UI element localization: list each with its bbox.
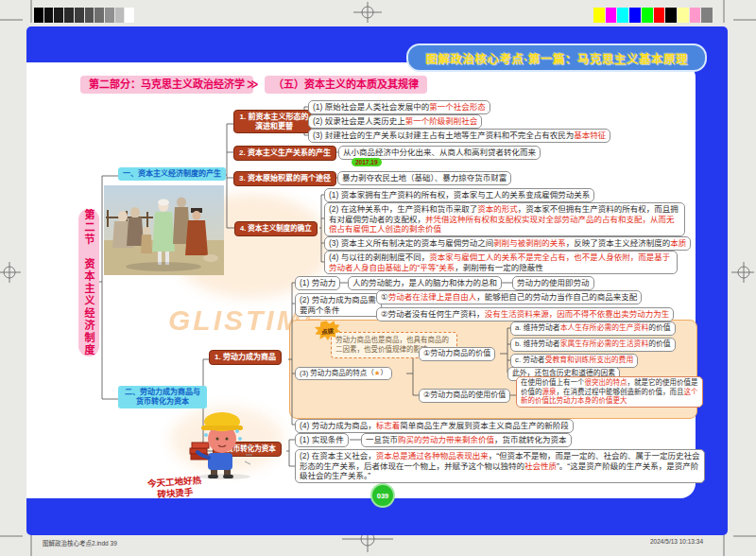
header-banner: 图解政治核心考点·第一篇：马克思主义基本原理 xyxy=(406,43,707,72)
node-pre-capitalism: 1. 前资本主义形态的演进和更替 xyxy=(233,110,315,133)
leaf-box: (1) 实现条件 xyxy=(295,433,349,447)
leaf-box: (2) 奴隶社会是人类历史上第一个阶级剥削社会 xyxy=(308,114,482,129)
footer-left: 图解政治核心考点2.indd 39 xyxy=(43,538,117,547)
leaf-box: (1) 原始社会是人类社会发展中的第一个社会形态 xyxy=(308,100,490,114)
footer-right: 2024/5/13 10:13:34 xyxy=(650,538,703,545)
leaf-box: ②劳动力商品的使用价值 xyxy=(419,389,510,403)
branch-label-2: 二、劳动力成为商品与货币转化为资本 xyxy=(118,386,207,408)
leaf-box: (3) 劳动力商品的特点（★） xyxy=(295,367,392,380)
leaf-box: (3) 封建社会的生产关系以封建主占有土地等生产资料和不完全占有农民为基本特征 xyxy=(308,129,610,143)
leaf-box: ②劳动者没有任何生产资料，没有生活资料来源，因而不得不依靠出卖劳动力为生 xyxy=(376,307,674,321)
page-number-badge: 039 xyxy=(370,483,395,508)
leaf-box: 劳动力的使用即劳动 xyxy=(512,276,594,290)
leaf-box: (1) 劳动力 xyxy=(295,276,340,290)
leaf-box: 人的劳动能力，是人的脑力和体力的总和 xyxy=(348,276,502,290)
node-labor-becomes-commodity: 1. 劳动力成为商品 xyxy=(209,350,282,365)
leaf-box: (4) 与以往的剥削制度不同，资本家与雇佣工人的关系不是完全占有，也不是人身依附… xyxy=(324,251,678,274)
node-primitive-accumulation: 3. 资本原始积累的两个途径 xyxy=(233,171,336,186)
leaf-box: (1) 资本家拥有生产资料的所有权，资本家与工人的关系变成雇佣劳动关系 xyxy=(324,188,594,202)
leaf-box: (3) 资本主义所有制决定的资本与雇佣劳动之间剥削与被剥削的关系，反映了资本主义… xyxy=(324,236,691,251)
leaf-box: 在使用价值上有一个很突出的特点，就是它的使用价值是价值的源泉，在消费过程中能够创… xyxy=(516,376,703,408)
breadcrumb-part: 第二部分：马克思主义政治经济学 xyxy=(80,76,253,94)
leaf-box: (2) 在这种关系中，生产资料和货币采取了资本的形式，资本家不但拥有生产资料的所… xyxy=(324,202,685,236)
illustration-image xyxy=(104,185,224,275)
exam-year-badge: 2017.19 xyxy=(352,158,382,166)
leaf-box: b. 维持劳动者家属生存所必需的生活资料的价值 xyxy=(510,338,676,352)
grayscale-calibration-bar xyxy=(34,8,134,23)
leaf-box: c. 劳动者受教育和训练所支出的费用 xyxy=(510,354,638,368)
leaf-box: (2) 劳动力成为商品需要两个条件 xyxy=(295,293,382,317)
color-calibration-bar xyxy=(593,8,713,23)
breadcrumb-chevron-icon: ≫ xyxy=(247,78,259,91)
branch-label-1: 一、资本主义经济制度的产生 xyxy=(118,167,226,181)
leaf-box: 暴力剥夺农民土地（基础）、暴力掠夺货币财富 xyxy=(337,171,511,185)
node-production-relations: 2. 资本主义生产关系的产生 xyxy=(233,146,336,161)
leaf-box: ①劳动者在法律上是自由人，能够把自己的劳动力当作自己的商品来支配 xyxy=(376,290,642,304)
breadcrumb-section: （五）资本主义的本质及其规律 xyxy=(265,76,427,94)
section-spine-label: 第二节 资本主义经济制度 xyxy=(78,209,99,356)
leaf-box: a. 维持劳动者本人生存所必需的生产资料的价值 xyxy=(510,321,676,336)
worker-cartoon xyxy=(182,410,277,480)
node-capitalist-system: 4. 资本主义制度的确立 xyxy=(234,221,318,236)
leaf-box: (2) 在资本主义社会，资本总是通过各种物品表现出来，“但资本不是物，而是一定的… xyxy=(295,449,705,483)
leaf-box: (4) 劳动力成为商品，标志着简单商品生产发展到资本主义商品生产的新阶段 xyxy=(295,419,574,433)
leaf-box: 一旦货币购买的劳动力带来剩余价值，货币就转化为资本 xyxy=(361,433,572,447)
leaf-box: ①劳动力商品的价值 xyxy=(419,347,495,361)
